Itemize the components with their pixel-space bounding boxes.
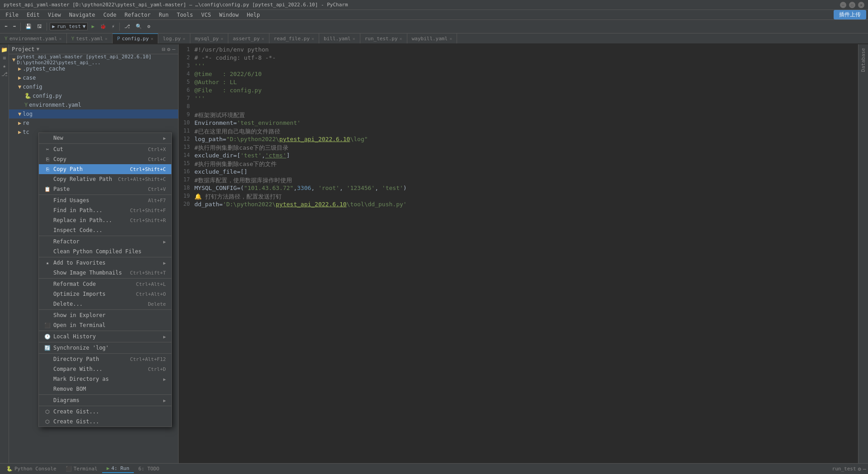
ctx-new[interactable]: New ▶: [39, 133, 171, 143]
ctx-compare[interactable]: Compare With... Ctrl+D: [39, 364, 171, 374]
run-button[interactable]: ▶: [90, 23, 96, 30]
tab-mysql-py[interactable]: mysql_py ✕: [190, 33, 228, 43]
line-code: #已在这里用自己电脑的文件路径: [194, 128, 280, 136]
run-config-dropdown[interactable]: ▼: [83, 24, 86, 29]
tree-root[interactable]: ▼ pytest_api_yaml-master [pytest_api_202…: [9, 55, 178, 64]
tab-bill-yaml[interactable]: bill.yaml ✕: [319, 33, 360, 43]
run-config-combo[interactable]: ▶ run_test ▼: [50, 23, 88, 30]
ctx-inspect-code[interactable]: Inspect Code...: [39, 225, 171, 235]
ctx-cut[interactable]: ✂ Cut Ctrl+X: [39, 144, 171, 154]
tab-environment-yaml[interactable]: Y environment.yaml ✕: [0, 33, 67, 43]
menu-run[interactable]: Run: [155, 11, 172, 19]
project-icon[interactable]: 📁: [1, 46, 8, 53]
minimize-icon[interactable]: —: [863, 466, 866, 472]
tab-close[interactable]: ✕: [221, 36, 223, 41]
ctx-add-favorites[interactable]: ★ Add to Favorites ▶: [39, 258, 171, 268]
tree-config-py[interactable]: 🐍 config.py: [9, 91, 178, 100]
settings-icon[interactable]: ⚙: [858, 466, 861, 472]
menu-vcs[interactable]: VCS: [198, 11, 215, 19]
toolbar-back[interactable]: ⬅: [3, 23, 9, 30]
ctx-synchronize[interactable]: 🔄 Synchronize 'log': [39, 343, 171, 353]
ctx-local-history[interactable]: 🕐 Local History ▶: [39, 332, 171, 341]
toolbar-save-all[interactable]: 🖫: [35, 23, 44, 30]
btab-python-console[interactable]: 🐍 Python Console: [2, 465, 61, 473]
gear-icon[interactable]: ⚙: [167, 46, 170, 52]
menu-view[interactable]: View: [44, 11, 65, 19]
close-button[interactable]: ✕: [858, 2, 864, 8]
ctx-remove-bom[interactable]: Remove BOM: [39, 384, 171, 394]
ctx-show-explorer[interactable]: Show in Explorer: [39, 310, 171, 320]
database-tab[interactable]: Database: [860, 46, 866, 74]
menu-window[interactable]: Window: [216, 11, 242, 19]
ctx-create-gist-1[interactable]: ⬡ Create Gist...: [39, 407, 171, 417]
menu-edit[interactable]: Edit: [23, 11, 43, 19]
menu-file[interactable]: File: [2, 11, 22, 19]
tab-close[interactable]: ✕: [353, 36, 355, 41]
tree-re[interactable]: ▶ re: [9, 118, 178, 128]
structure-icon[interactable]: ≡: [1, 54, 8, 62]
toolbar-forward[interactable]: ➡: [11, 23, 18, 30]
ctx-directory-path[interactable]: Directory Path Ctrl+Alt+F12: [39, 354, 171, 364]
tab-close[interactable]: ✕: [400, 36, 402, 41]
ctx-reformat[interactable]: Reformat Code Ctrl+Alt+L: [39, 279, 171, 289]
ctx-delete[interactable]: Delete... Delete: [39, 299, 171, 309]
toolbar-save[interactable]: 💾: [24, 23, 33, 30]
menu-code[interactable]: Code: [100, 11, 120, 19]
btab-run[interactable]: ▶ 4: Run: [102, 465, 134, 473]
toolbar-search[interactable]: 🔍: [134, 23, 144, 30]
ctx-copy-path[interactable]: ⎘ Copy Path Ctrl+Shift+C: [39, 164, 171, 174]
code-editor[interactable]: 1 #!/usr/bin/env python 2 # -*- coding: …: [179, 44, 858, 463]
ctx-paste[interactable]: 📋 Paste Ctrl+V: [39, 184, 171, 194]
ctx-find-usages[interactable]: Find Usages Alt+F7: [39, 195, 171, 205]
tab-close[interactable]: ✕: [59, 36, 62, 41]
tab-waybill-yaml[interactable]: waybill.yaml ✕: [407, 33, 458, 43]
tab-close[interactable]: ✕: [105, 36, 108, 41]
tab-run-test[interactable]: run_test.py ✕: [360, 33, 407, 43]
maximize-button[interactable]: ☐: [849, 2, 855, 8]
tree-config[interactable]: ▼ config: [9, 82, 178, 91]
login-button[interactable]: 插件上传: [834, 10, 866, 19]
tree-pytest-cache[interactable]: ▶ .pytest_cache: [9, 64, 178, 73]
tab-close[interactable]: ✕: [311, 36, 314, 41]
minimize-button[interactable]: —: [840, 2, 846, 8]
menu-help[interactable]: Help: [243, 11, 264, 19]
collapse-icon[interactable]: ⊟: [162, 46, 165, 52]
ctx-refactor[interactable]: Refactor ▶: [39, 237, 171, 246]
tab-close[interactable]: ✕: [449, 36, 452, 41]
ctx-show-thumbnails[interactable]: Show Image Thumbnails Ctrl+Shift+T: [39, 268, 171, 278]
favorites-icon[interactable]: ★: [1, 62, 8, 70]
tab-config-py[interactable]: P config.py ✕: [113, 33, 158, 43]
ctx-replace-in-path[interactable]: Replace in Path... Ctrl+Shift+R: [39, 215, 171, 225]
tab-close[interactable]: ✕: [262, 36, 264, 41]
menu-tools[interactable]: Tools: [173, 11, 197, 19]
terminal-icon: ⬛: [66, 466, 72, 472]
coverage-button[interactable]: ⚡: [110, 23, 117, 30]
ctx-copy[interactable]: ⎘ Copy Ctrl+C: [39, 154, 171, 164]
tab-log-py[interactable]: log.py ✕: [158, 33, 190, 43]
ctx-create-gist-2[interactable]: ⬡ Create Gist...: [39, 417, 171, 427]
btab-terminal[interactable]: ⬛ Terminal: [61, 465, 102, 473]
ctx-clean-python[interactable]: Clean Python Compiled Files: [39, 246, 171, 256]
ctx-find-in-path[interactable]: Find in Path... Ctrl+Shift+F: [39, 205, 171, 215]
tab-close[interactable]: ✕: [151, 36, 153, 41]
debug-button[interactable]: 🐞: [98, 23, 108, 30]
tab-close[interactable]: ✕: [183, 36, 185, 41]
ctx-diagrams[interactable]: Diagrams ▶: [39, 395, 171, 405]
vcs-icon[interactable]: ⎇: [1, 71, 8, 78]
tree-env-yaml[interactable]: Y environment.yaml: [9, 100, 178, 109]
toolbar-git[interactable]: ⎇: [123, 23, 132, 30]
menu-refactor[interactable]: Refactor: [121, 11, 154, 19]
tree-case[interactable]: ▶ case: [9, 73, 178, 82]
tab-test-yaml[interactable]: Y test.yaml ✕: [67, 33, 113, 43]
ctx-mark-directory[interactable]: Mark Directory as ▶: [39, 374, 171, 384]
btab-todo[interactable]: 6: TODO: [134, 465, 164, 473]
tree-log[interactable]: ▼ log: [9, 109, 178, 118]
toolbar-settings[interactable]: ⚙: [146, 23, 152, 30]
tab-assert-py[interactable]: assert_py ✕: [228, 33, 269, 43]
tab-read-file[interactable]: read_file.py ✕: [269, 33, 320, 43]
ctx-optimize-imports[interactable]: Optimize Imports Ctrl+Alt+O: [39, 289, 171, 299]
hide-icon[interactable]: —: [172, 46, 175, 52]
ctx-open-terminal[interactable]: ⬛ Open in Terminal: [39, 320, 171, 330]
ctx-copy-relative-path[interactable]: Copy Relative Path Ctrl+Alt+Shift+C: [39, 174, 171, 184]
menu-navigate[interactable]: Navigate: [66, 11, 99, 19]
